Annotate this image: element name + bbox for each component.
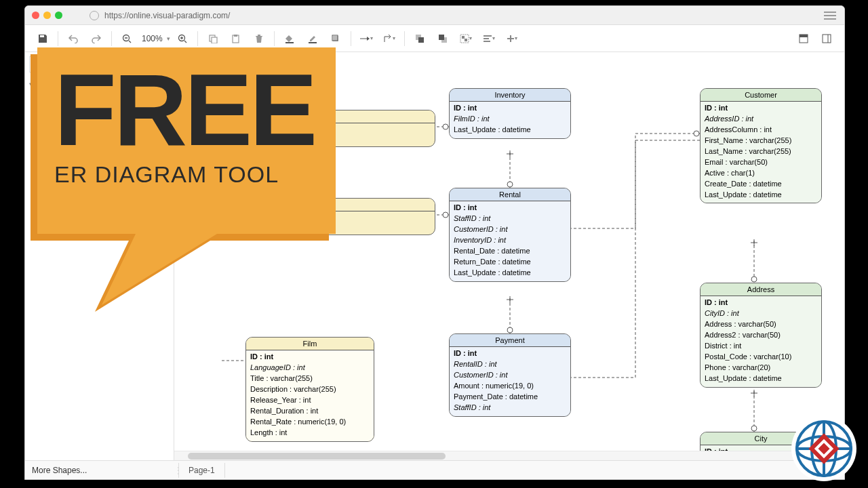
entity-rental[interactable]: RentalID : intStaffID : intCustomerID : … <box>449 188 571 282</box>
waypoint-button[interactable]: ▾ <box>378 29 400 48</box>
url-bar[interactable]: https://online.visual-paradigm.com/ <box>90 11 824 20</box>
entity-column: CustomerID : int <box>454 370 566 381</box>
entity-column: ID : int <box>454 203 566 214</box>
menu-button[interactable] <box>824 12 837 20</box>
copy-button[interactable] <box>202 29 224 48</box>
toback-button[interactable] <box>432 29 454 48</box>
svg-rect-11 <box>285 42 294 43</box>
entity-column: Active : char(1) <box>705 168 817 179</box>
svg-rect-8 <box>212 37 217 43</box>
zoom-level[interactable]: 100% <box>139 34 165 43</box>
brand-logo <box>790 415 858 483</box>
entity-column: AddressID : int <box>705 114 817 125</box>
entity-column: ID : int <box>454 348 566 359</box>
outline-button[interactable] <box>793 29 814 48</box>
svg-point-32 <box>507 182 513 187</box>
zoom-in-button[interactable] <box>172 29 193 48</box>
scrollbar-thumb[interactable] <box>188 453 446 460</box>
entity-title: Film <box>246 338 374 350</box>
site-info-icon <box>90 11 99 20</box>
ribbon-headline: FREE <box>54 64 315 156</box>
svg-rect-23 <box>484 35 492 37</box>
align-button[interactable]: ▾ <box>478 29 500 48</box>
paste-button[interactable] <box>225 29 247 48</box>
entity-column: Last_Name : varchar(255) <box>705 146 817 157</box>
svg-line-1 <box>129 41 131 43</box>
minimize-button[interactable] <box>43 12 51 19</box>
entity-customer[interactable]: CustomerID : intAddressID : intAddressCo… <box>700 88 822 203</box>
entity-column: Last_Update : datetime <box>705 373 817 384</box>
url-text: https://online.visual-paradigm.com/ <box>104 11 230 20</box>
svg-point-36 <box>694 131 699 136</box>
entity-column: Rental_Duration : int <box>250 406 370 417</box>
svg-rect-30 <box>823 35 831 43</box>
entity-column: Last_Update : datetime <box>454 125 566 136</box>
redo-button[interactable] <box>85 29 107 48</box>
entity-column: Return_Date : datetime <box>454 257 566 268</box>
entity-column: Title : varchar(255) <box>250 373 370 384</box>
window-controls <box>32 12 62 19</box>
entity-column: Rental_Rate : numeric(19, 0) <box>250 417 370 428</box>
close-button[interactable] <box>32 12 39 19</box>
more-shapes-button[interactable]: More Shapes... <box>25 466 174 475</box>
entity-payment[interactable]: PaymentID : intRentalID : intCustomerID … <box>449 333 571 417</box>
entity-column: StaffID : int <box>454 214 566 224</box>
undo-button[interactable] <box>62 29 84 48</box>
entity-column: Payment_Date : datetime <box>454 392 566 403</box>
page-tab-1[interactable]: Page-1 <box>178 463 225 478</box>
svg-rect-12 <box>309 42 317 43</box>
svg-rect-29 <box>800 35 808 37</box>
shadow-button[interactable] <box>325 29 347 48</box>
entity-film[interactable]: FilmID : intLanguageID : intTitle : varc… <box>245 337 374 442</box>
titlebar: https://online.visual-paradigm.com/ <box>25 6 844 25</box>
svg-point-37 <box>443 124 448 129</box>
svg-rect-17 <box>418 37 424 43</box>
entity-column: Last_Update : datetime <box>705 190 817 201</box>
zoom-out-button[interactable] <box>116 29 138 48</box>
line-color-button[interactable] <box>302 29 323 48</box>
promo-ribbon: FREE ER DIAGRAM TOOL <box>20 47 339 319</box>
entity-title: Customer <box>701 89 821 102</box>
save-button[interactable] <box>32 29 54 48</box>
entity-column: ID : int <box>250 352 370 363</box>
entity-column: District : int <box>705 341 817 352</box>
delete-button[interactable] <box>248 29 270 48</box>
entity-inventory[interactable]: InventoryID : intFilmID : intLast_Update… <box>449 88 571 139</box>
group-button[interactable]: ▾ <box>455 29 477 48</box>
svg-rect-25 <box>484 41 490 42</box>
svg-point-38 <box>443 212 448 218</box>
format-button[interactable] <box>816 29 837 48</box>
entity-column: LanguageID : int <box>250 363 370 373</box>
entity-address[interactable]: AddressID : intCityID : intAddress : var… <box>700 283 822 388</box>
svg-rect-21 <box>462 36 465 39</box>
tofront-button[interactable] <box>409 29 431 48</box>
entity-title: Address <box>701 283 821 296</box>
connector-button[interactable]: ▾ <box>355 29 377 48</box>
entity-title: Rental <box>450 188 570 201</box>
svg-rect-24 <box>484 38 489 39</box>
horizontal-scrollbar[interactable] <box>174 451 844 460</box>
entity-column: Phone : varchar(20) <box>705 363 817 373</box>
entity-column: Address : varchar(50) <box>705 319 817 330</box>
fill-color-button[interactable] <box>279 29 300 48</box>
entity-column: Rental_Date : datetime <box>454 246 566 257</box>
add-button[interactable]: ▾ <box>501 29 523 48</box>
entity-column: Create_Date : datetime <box>705 179 817 190</box>
entity-column: CityID : int <box>705 308 817 319</box>
entity-column: Postal_Code : varchar(10) <box>705 352 817 363</box>
entity-title: Payment <box>450 334 570 347</box>
svg-point-34 <box>751 277 757 282</box>
entity-column: Description : varchar(255) <box>250 384 370 395</box>
entity-column: InventoryID : int <box>454 235 566 246</box>
svg-point-33 <box>507 327 513 333</box>
svg-rect-22 <box>465 39 467 41</box>
entity-column: Length : int <box>250 428 370 439</box>
maximize-button[interactable] <box>55 12 62 19</box>
entity-column: AddressColumn : int <box>705 125 817 136</box>
entity-column: Amount : numeric(19, 0) <box>454 381 566 392</box>
entity-column: RentalID : int <box>454 359 566 370</box>
entity-column: ID : int <box>705 298 817 308</box>
entity-column: ID : int <box>454 103 566 114</box>
entity-column: CustomerID : int <box>454 224 566 235</box>
entity-column: Address2 : varchar(50) <box>705 330 817 341</box>
